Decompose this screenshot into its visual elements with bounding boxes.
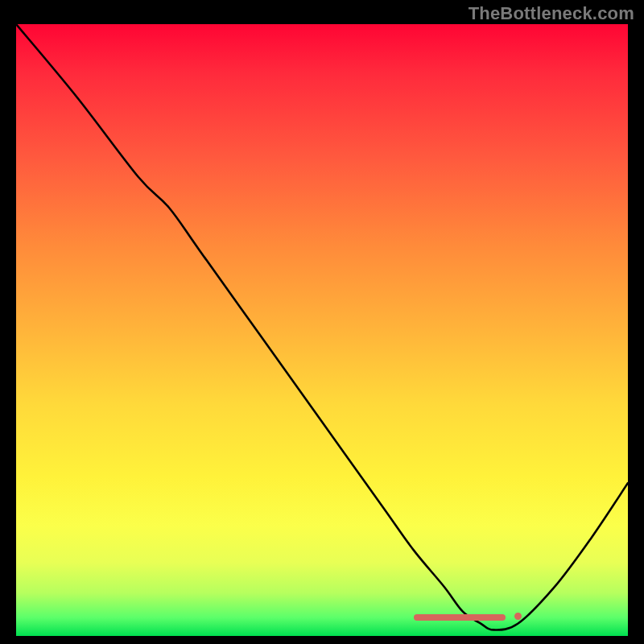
optimal-range-marker-dot <box>514 613 522 620</box>
watermark-text: TheBottleneck.com <box>469 3 634 24</box>
plot-area <box>16 24 628 636</box>
bottleneck-curve-path <box>16 24 628 630</box>
optimal-range-marker <box>414 614 506 621</box>
bottleneck-curve-svg <box>16 24 628 636</box>
chart-stage: TheBottleneck.com <box>0 0 644 644</box>
